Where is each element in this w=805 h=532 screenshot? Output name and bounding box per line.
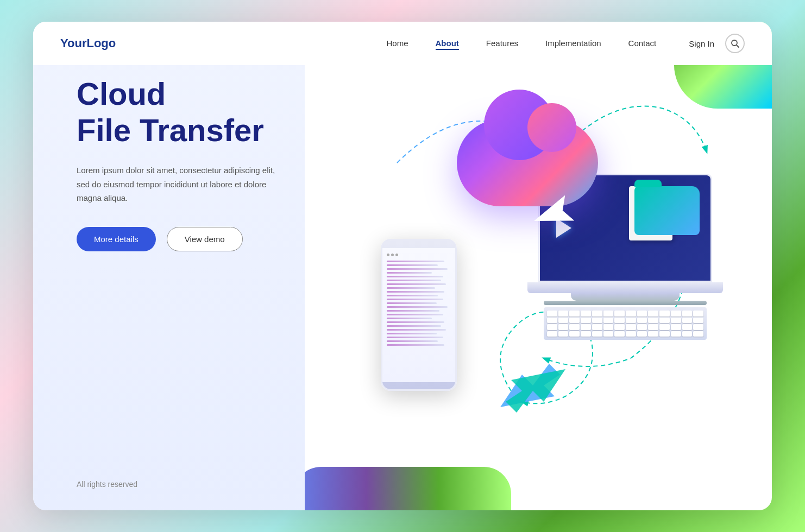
phone-illustration bbox=[381, 239, 457, 391]
button-group: More details View demo bbox=[77, 227, 326, 251]
key bbox=[671, 318, 681, 324]
key bbox=[659, 324, 670, 330]
hero-title: Cloud File Transfer bbox=[77, 76, 326, 148]
laptop-keyboard bbox=[544, 307, 707, 340]
key bbox=[558, 311, 569, 316]
key bbox=[581, 318, 591, 324]
hero-content: Cloud File Transfer Lorem ipsum dolor si… bbox=[77, 76, 326, 251]
paper-plane-illustration bbox=[533, 201, 571, 228]
key bbox=[592, 324, 602, 330]
transfer-arrows bbox=[489, 358, 576, 420]
cloud-body bbox=[457, 119, 598, 206]
nav-item-features[interactable]: Features bbox=[486, 39, 518, 48]
phone-status-dots bbox=[387, 254, 451, 256]
key bbox=[558, 331, 569, 337]
hero-illustration bbox=[316, 54, 761, 499]
key bbox=[637, 318, 647, 324]
key bbox=[637, 311, 647, 316]
key bbox=[626, 324, 636, 330]
key bbox=[659, 331, 670, 337]
cloud-illustration bbox=[457, 119, 598, 206]
nav-link-home[interactable]: Home bbox=[386, 39, 408, 48]
sign-in-link[interactable]: Sign In bbox=[689, 39, 714, 48]
key bbox=[637, 331, 647, 337]
key bbox=[626, 311, 636, 316]
status-dot bbox=[391, 254, 394, 256]
view-demo-button[interactable]: View demo bbox=[167, 227, 243, 251]
key bbox=[569, 318, 580, 324]
key bbox=[671, 331, 681, 337]
laptop-stand bbox=[571, 293, 680, 301]
hero-description: Lorem ipsum dolor sit amet, consectetur … bbox=[77, 163, 283, 205]
nav-links: Home About Features Implementation Conta… bbox=[386, 39, 656, 48]
key bbox=[614, 324, 625, 330]
folder-icon bbox=[634, 186, 700, 235]
key bbox=[603, 331, 614, 337]
status-dot bbox=[387, 254, 389, 256]
arrows-svg bbox=[489, 358, 576, 418]
key bbox=[581, 311, 591, 316]
phone-screen bbox=[382, 248, 455, 382]
key bbox=[558, 318, 569, 324]
nav-item-contact[interactable]: Contact bbox=[628, 39, 657, 48]
key bbox=[603, 318, 614, 324]
svg-line-1 bbox=[737, 45, 739, 47]
search-button[interactable] bbox=[725, 34, 745, 53]
key bbox=[614, 331, 625, 337]
phone-content-lines bbox=[387, 261, 451, 346]
key bbox=[547, 324, 557, 330]
key bbox=[648, 311, 658, 316]
key bbox=[626, 331, 636, 337]
key bbox=[603, 311, 614, 316]
key bbox=[648, 324, 658, 330]
key bbox=[603, 324, 614, 330]
key bbox=[693, 331, 703, 337]
key bbox=[558, 324, 569, 330]
key bbox=[569, 331, 580, 337]
key bbox=[592, 318, 602, 324]
nav-link-features[interactable]: Features bbox=[486, 39, 518, 48]
key bbox=[592, 331, 602, 337]
plane-body bbox=[530, 195, 575, 234]
key bbox=[648, 331, 658, 337]
key bbox=[547, 311, 557, 316]
nav-link-implementation[interactable]: Implementation bbox=[545, 39, 601, 48]
nav-link-about[interactable]: About bbox=[436, 39, 459, 50]
key bbox=[693, 324, 703, 330]
key bbox=[671, 311, 681, 316]
key bbox=[569, 311, 580, 316]
key bbox=[626, 318, 636, 324]
key bbox=[614, 311, 625, 316]
key bbox=[659, 318, 670, 324]
key bbox=[682, 324, 693, 330]
key bbox=[637, 324, 647, 330]
nav-item-about[interactable]: About bbox=[436, 39, 459, 48]
navbar: YourLogo Home About Features Implementat… bbox=[33, 22, 772, 65]
key bbox=[547, 331, 557, 337]
key bbox=[682, 331, 693, 337]
key bbox=[592, 311, 602, 316]
key bbox=[569, 324, 580, 330]
laptop-foot bbox=[544, 301, 707, 305]
nav-item-home[interactable]: Home bbox=[386, 39, 408, 48]
key bbox=[682, 311, 693, 316]
main-card: YourLogo Home About Features Implementat… bbox=[33, 22, 772, 510]
key bbox=[614, 318, 625, 324]
more-details-button[interactable]: More details bbox=[77, 227, 156, 251]
nav-right: Sign In bbox=[689, 34, 745, 53]
key bbox=[659, 311, 670, 316]
key bbox=[693, 311, 703, 316]
key bbox=[547, 318, 557, 324]
key bbox=[671, 324, 681, 330]
key bbox=[648, 318, 658, 324]
key bbox=[693, 318, 703, 324]
key bbox=[682, 318, 693, 324]
logo: YourLogo bbox=[60, 36, 116, 50]
nav-link-contact[interactable]: Contact bbox=[628, 39, 657, 48]
key bbox=[581, 331, 591, 337]
key bbox=[581, 324, 591, 330]
status-dot bbox=[395, 254, 398, 256]
nav-item-implementation[interactable]: Implementation bbox=[545, 39, 601, 48]
search-icon bbox=[731, 39, 739, 48]
laptop-base bbox=[527, 282, 723, 293]
